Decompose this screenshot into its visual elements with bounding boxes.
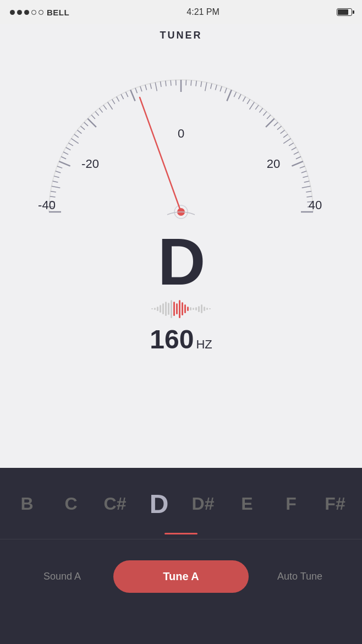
wave-bar-14 — [190, 307, 191, 310]
note-item-fsharp[interactable]: F# — [313, 494, 357, 514]
svg-line-12 — [63, 152, 68, 155]
svg-line-42 — [191, 80, 191, 86]
svg-line-17 — [78, 130, 82, 133]
time-display: 4:21 PM — [187, 7, 220, 17]
svg-line-16 — [74, 134, 79, 138]
svg-line-35 — [155, 83, 157, 91]
dot-2 — [17, 10, 22, 15]
svg-line-44 — [201, 81, 202, 87]
svg-line-11 — [61, 157, 66, 159]
wave-bar-7 — [171, 300, 172, 318]
svg-line-47 — [215, 85, 217, 90]
wave-bar-6 — [168, 303, 169, 315]
svg-line-33 — [145, 85, 147, 90]
svg-line-22 — [95, 112, 98, 116]
gauge-container: -40 -20 0 20 40 — [21, 52, 341, 223]
svg-line-48 — [220, 86, 222, 92]
svg-line-3 — [50, 197, 56, 197]
dot-4 — [31, 10, 36, 15]
svg-line-50 — [227, 90, 231, 101]
svg-line-63 — [281, 130, 285, 133]
svg-line-46 — [211, 84, 212, 89]
sound-a-button[interactable]: Sound A — [17, 571, 108, 582]
note-item-dsharp[interactable]: D# — [181, 494, 225, 514]
wave-bar-20 — [206, 308, 208, 310]
svg-line-67 — [292, 148, 297, 150]
battery-fill — [338, 9, 348, 15]
svg-line-49 — [225, 88, 227, 93]
svg-line-26 — [112, 99, 115, 104]
auto-tune-button[interactable]: Auto Tune — [254, 571, 345, 582]
svg-line-8 — [56, 171, 61, 173]
tuner-area: TUNER -40 -20 0 20 40 — [0, 24, 362, 468]
frequency-number: 160 — [150, 324, 194, 354]
svg-line-53 — [243, 97, 245, 102]
svg-line-29 — [126, 92, 128, 97]
svg-line-9 — [57, 166, 62, 168]
svg-text:40: 40 — [309, 198, 322, 212]
tune-a-button[interactable]: Tune A — [113, 560, 249, 593]
wave-bar-13 — [187, 307, 189, 312]
svg-line-68 — [294, 152, 299, 155]
wave-bar-15 — [193, 308, 194, 309]
svg-line-23 — [99, 108, 102, 113]
svg-line-24 — [103, 105, 107, 110]
svg-line-69 — [296, 157, 301, 159]
status-left: BELL — [10, 8, 69, 17]
svg-line-20 — [87, 118, 96, 127]
svg-line-36 — [160, 81, 161, 87]
status-bar: BELL 4:21 PM — [0, 0, 362, 24]
svg-line-62 — [277, 126, 282, 129]
svg-line-19 — [84, 122, 88, 126]
wave-bar-4 — [162, 303, 164, 314]
note-item-f[interactable]: F — [269, 494, 313, 514]
note-item-csharp[interactable]: C# — [93, 494, 137, 514]
wave-bar-5 — [165, 302, 167, 316]
svg-line-70 — [292, 161, 303, 166]
note-item-c[interactable]: C — [49, 494, 93, 514]
wave-bar-10 — [179, 300, 180, 318]
wave-bar-17 — [198, 306, 200, 312]
svg-line-15 — [71, 139, 78, 144]
svg-line-7 — [54, 176, 59, 178]
dot-5 — [39, 10, 43, 15]
svg-line-45 — [205, 83, 207, 91]
bottom-panel: BCC#DD#EFF# Sound A Tune A Auto Tune — [0, 468, 362, 644]
svg-line-66 — [289, 143, 294, 146]
svg-line-75 — [302, 186, 311, 188]
svg-line-77 — [306, 197, 312, 197]
svg-line-74 — [304, 181, 310, 182]
svg-line-72 — [301, 171, 307, 173]
wave-bar-11 — [182, 302, 183, 315]
svg-line-37 — [166, 81, 166, 86]
bottom-buttons: Sound A Tune A Auto Tune — [0, 544, 362, 604]
wave-bar-19 — [204, 307, 205, 312]
wave-bar-21 — [209, 308, 211, 309]
svg-line-13 — [66, 148, 71, 150]
svg-line-51 — [234, 92, 236, 97]
svg-line-43 — [196, 81, 196, 86]
tuner-title: TUNER — [160, 30, 202, 41]
note-item-e[interactable]: E — [225, 494, 269, 514]
wave-bar-0 — [151, 308, 153, 309]
note-item-b[interactable]: B — [5, 494, 49, 514]
svg-line-10 — [59, 161, 70, 166]
wave-bar-16 — [195, 307, 197, 311]
signal-dots — [10, 10, 43, 15]
battery-icon — [337, 8, 352, 16]
svg-line-5 — [52, 186, 61, 188]
svg-line-59 — [267, 115, 271, 119]
svg-line-18 — [81, 126, 85, 129]
note-item-d[interactable]: D — [137, 489, 181, 519]
carrier-label: BELL — [47, 8, 69, 17]
svg-line-73 — [303, 176, 308, 178]
svg-line-27 — [117, 97, 119, 102]
frequency-display: 160 HZ — [150, 324, 212, 354]
wave-bar-3 — [160, 305, 161, 312]
svg-line-76 — [306, 191, 311, 192]
wave-bar-8 — [173, 302, 175, 316]
note-selector[interactable]: BCC#DD#EFF# — [0, 468, 362, 539]
svg-text:-40: -40 — [38, 198, 56, 212]
wave-bar-9 — [176, 303, 178, 314]
svg-line-25 — [108, 102, 113, 109]
